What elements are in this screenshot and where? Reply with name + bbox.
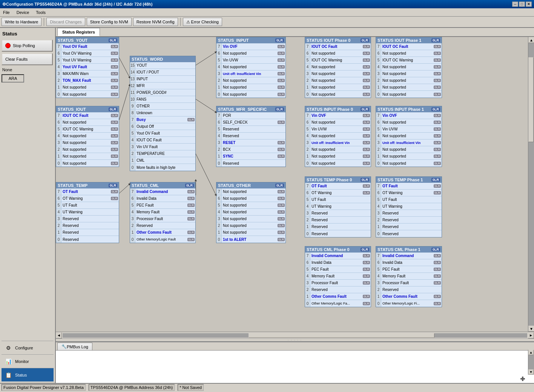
- reg-row: 4 Not supported 0LR: [56, 133, 119, 139]
- reg-row: 5 IOUT OC Warning 0LR: [305, 57, 371, 64]
- reg-row: 6 OT Warning 0LR: [376, 190, 442, 196]
- minimize-button[interactable]: ─: [512, 2, 518, 7]
- reg-row: 3 Not supported 0LR: [376, 70, 442, 77]
- reg-row: 3 Unit off: Insufficient Vin 0LR: [305, 139, 371, 146]
- maximize-button[interactable]: □: [519, 2, 525, 7]
- reg-row: 2 Reserved: [305, 286, 371, 293]
- reg-row: 2 Reserved: [305, 217, 371, 224]
- reg-row: 4 Memory Fault 0LR: [130, 209, 195, 216]
- reg-row: 7 Vin OVF 0LR: [305, 112, 371, 119]
- panel-status-input-phase0: STATUS INPUT Phase 0 0LR 7 Vin OVF 0LR 6…: [305, 106, 371, 167]
- tab-status-registers[interactable]: Status Registers: [57, 28, 100, 36]
- panel-header-status-other: STATUS_OTHER 0LR: [216, 182, 285, 188]
- vertical-scrollbar[interactable]: ▲ ▼: [528, 37, 534, 332]
- reg-row: 7 OT Fault 0LR: [56, 188, 119, 195]
- reg-row: 5 Not supported 0LR: [216, 202, 285, 209]
- reg-row: 7 Invalid Command 0LR: [130, 188, 195, 195]
- panel-header-status-word: STATUS_WORD: [130, 56, 195, 62]
- reg-row: 8 Unknown: [130, 110, 195, 116]
- panel-status-input: STATUS_INPUT 0LR 7 Vin OVF 0LR 6 Not sup…: [216, 37, 286, 98]
- status-bar: Fusion Digital Power Designer v7.1.28.Be…: [0, 383, 534, 391]
- reg-row: 5 PEC Fault 0LR: [305, 266, 371, 273]
- menu-file[interactable]: File: [2, 9, 11, 15]
- reg-row: 4 Not supported 0LR: [216, 209, 285, 216]
- close-button[interactable]: ✕: [526, 2, 532, 7]
- tab-pmbus-log[interactable]: 🔧 PMBus Log: [57, 343, 92, 350]
- registers-container: STATUS_YOUT 0LR 7 Yout OV Fault 0LR 6 Yo…: [56, 37, 528, 332]
- scroll-right-button[interactable]: ►: [528, 332, 534, 338]
- scroll-thumb[interactable]: [249, 333, 434, 338]
- status-icon: 📋: [5, 371, 12, 379]
- reg-row: 3 Unit off: Insufficient Vin 0LR: [216, 70, 285, 77]
- toolbar: Write to Hardware Discard Changes Store …: [0, 17, 534, 28]
- reg-row: 0 More faults in high byte: [130, 164, 195, 171]
- panel-header-status-mfr: STATUS_MFR_SPECIFIC 0LR: [216, 106, 285, 112]
- reg-row: 6 Not supported 0LR: [305, 119, 371, 126]
- scroll-up-button[interactable]: ▲: [528, 37, 534, 43]
- panel-header-input-phase0: STATUS INPUT Phase 0 0LR: [305, 106, 371, 112]
- reg-row: 13 INPUT: [130, 76, 195, 83]
- reg-row: 6 SELF_CHECK 0LR: [216, 119, 285, 126]
- horizontal-scrollbar[interactable]: ◄ ►: [56, 332, 534, 338]
- error-checking-button[interactable]: ⚠ Error Checking: [183, 18, 222, 26]
- reg-row: 7 OT Fault 0LR: [376, 183, 442, 190]
- reg-row: 4 UT Warning: [376, 203, 442, 210]
- scroll-left-button[interactable]: ◄: [56, 332, 62, 338]
- reg-row: 3 Not supported 0LR: [56, 139, 119, 146]
- panel-status-temp: STATUS_TEMP 0LR 7 OT Fault 0LR 6 OT Warn…: [56, 182, 119, 243]
- reg-row: 7 Vin OVF 0LR: [376, 112, 442, 119]
- svg-line-2: [119, 184, 130, 193]
- write-hardware-button[interactable]: Write to Hardware: [2, 18, 41, 26]
- discard-changes-button[interactable]: Discard Changes: [46, 18, 85, 26]
- window-controls: ─ □ ✕: [512, 2, 532, 7]
- reg-row: 4 Not supported 0LR: [305, 64, 371, 70]
- reg-row: 0 Other Memory/Logic Fa... 0LR: [305, 300, 371, 307]
- sidebar-item-status[interactable]: 📋 Status: [2, 368, 54, 381]
- restore-nvm-button[interactable]: Restore NVM Config: [133, 18, 178, 26]
- reg-row: 3 Processor Fault 0LR: [130, 216, 195, 222]
- log-bottom-icon: [518, 375, 527, 383]
- sidebar-item-monitor[interactable]: 📊 Monitor: [2, 354, 54, 368]
- log-scroll-up[interactable]: ▲: [528, 350, 534, 355]
- reg-row: 0 Not supported 0LR: [56, 91, 119, 98]
- panel-status-cml-phase1: STATUS CML Phase 1 0LR 7 Invalid Command…: [376, 246, 442, 307]
- scroll-down-button[interactable]: ▼: [528, 326, 534, 332]
- log-scroll-down[interactable]: ▼: [528, 369, 534, 375]
- reg-row: 0 Not supported 0LR: [56, 160, 119, 167]
- reg-row: 2 Not supported 0LR: [216, 222, 285, 229]
- reg-row: 5 UT Fault: [305, 196, 371, 203]
- toolbar-separator: [44, 18, 44, 26]
- reg-row: 2 TEMPERATURE: [130, 150, 195, 157]
- store-nvm-button[interactable]: Store Config to NVM: [87, 18, 132, 26]
- reg-row: 1 Not supported 0LR: [305, 84, 371, 91]
- panel-status-temp-phase0: STATUS TEMP Phase 0 0LR 7 OT Fault 0LR 6…: [305, 176, 371, 237]
- reg-row: 2 Reserved: [376, 217, 442, 224]
- clear-faults-button[interactable]: Clear Faults: [2, 53, 53, 65]
- menu-tools[interactable]: Tools: [34, 9, 47, 15]
- splitter[interactable]: · · · · ·: [56, 338, 534, 341]
- svg-rect-8: [522, 377, 523, 381]
- reg-row: 5 Vin UVW 0LR: [305, 126, 371, 133]
- panel-status-other: STATUS_OTHER 0LR 7 Not supported 0LR 6 N…: [216, 182, 286, 243]
- reg-row: 10 FANS: [130, 96, 195, 103]
- panel-status-iout: STATUS_IOUT 0LR 7 IOUT OC Fault 0LR 6 No…: [56, 106, 119, 167]
- reg-row: 0 1st to ALERT 0LR: [216, 236, 285, 243]
- reg-row: 3 Reserved: [376, 210, 442, 217]
- menu-device[interactable]: Device: [15, 9, 31, 15]
- reg-row: 1 Reserved: [56, 229, 119, 236]
- reg-row: 6 Invalid Data 0LR: [376, 259, 442, 266]
- content-area: Status Registers STATUS_YOUT 0LR: [56, 28, 534, 383]
- log-area: 🔧 PMBus Log ▲ ▼: [56, 341, 534, 383]
- stop-polling-button[interactable]: Stop Polling: [2, 40, 53, 52]
- reg-row: 2 Not supported 0LR: [305, 77, 371, 84]
- reg-row: 0 Reserved: [376, 230, 442, 237]
- reg-row: 1 Reserved: [305, 224, 371, 230]
- reg-row: 6 Invalid Data 0LR: [130, 195, 195, 202]
- sidebar-item-configure[interactable]: ⚙ Configure: [2, 341, 54, 354]
- reg-row: 9 OTHER: [130, 103, 195, 110]
- save-state: * Not Saved: [178, 384, 204, 391]
- reg-row: 5 Vin UVW 0LR: [376, 126, 442, 133]
- reg-row: 7 OT Fault 0LR: [305, 183, 371, 190]
- ara-button[interactable]: ARA: [2, 74, 24, 83]
- reg-row: 0 Reserved: [56, 236, 119, 243]
